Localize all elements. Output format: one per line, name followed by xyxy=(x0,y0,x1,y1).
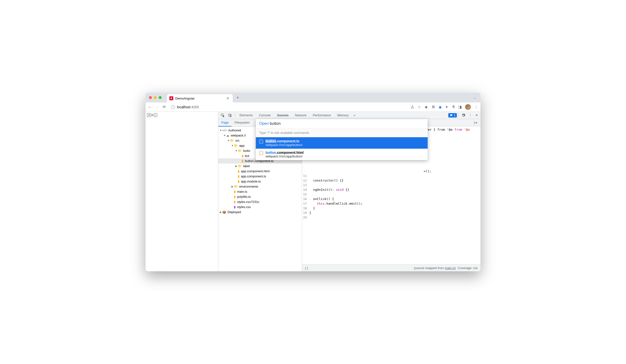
sidebar-tab-page[interactable]: Page xyxy=(218,119,232,127)
panel-tab-performance[interactable]: Performance xyxy=(310,112,334,118)
panel-tab-network[interactable]: Network xyxy=(292,112,310,118)
new-tab-button[interactable]: + xyxy=(235,95,241,100)
browser-tab[interactable]: A DemoAngular ✕ xyxy=(167,94,233,103)
counter-widget: + 0 - xyxy=(147,113,217,117)
devtools-menu-icon[interactable]: ⋮ xyxy=(467,112,473,118)
tab-strip: A DemoAngular ✕ + ⌄ xyxy=(146,93,480,103)
tree-deployed[interactable]: ▶📦Deployed xyxy=(218,210,302,215)
chrome-menu-button[interactable]: ⋮ xyxy=(474,105,478,109)
devtools-toolbar: Elements Console Sources Network Perform… xyxy=(218,112,480,119)
tree-app-html[interactable]: ▮app.component.html xyxy=(218,169,302,174)
tab-list-button[interactable]: ⌄ xyxy=(471,96,478,99)
tree-app-ts[interactable]: ▮app.component.ts xyxy=(218,174,302,179)
more-panels-icon[interactable]: » xyxy=(352,112,357,118)
tab-title: DemoAngular xyxy=(175,97,195,100)
rendered-page: + 0 - xyxy=(146,112,218,271)
url-text: localhost:4200 xyxy=(177,105,199,109)
close-devtools-icon[interactable]: ✕ xyxy=(474,112,479,118)
side-panel-icon[interactable]: ◨ xyxy=(458,105,462,109)
sidebar-tab-filesystem[interactable]: Filesystem xyxy=(232,119,252,127)
pretty-print-icon[interactable]: { } xyxy=(305,266,308,270)
extension-icon-2[interactable]: ⌘ xyxy=(431,105,435,109)
status-text: (source mapped from main.js) Coverage: n… xyxy=(414,266,477,270)
increment-button[interactable]: + xyxy=(147,113,151,117)
tree-polyfills[interactable]: ▮polyfills.ts xyxy=(218,194,302,199)
toggle-sidebar-icon[interactable]: ▯◂ xyxy=(472,120,478,125)
back-button[interactable]: ← xyxy=(148,105,152,109)
reload-button[interactable]: ⟳ xyxy=(162,105,166,109)
tree-environments[interactable]: ▶📁environments xyxy=(218,184,302,189)
tree-main-ts[interactable]: ▮main.ts xyxy=(218,189,302,194)
svg-rect-2 xyxy=(230,115,232,117)
extension-icon-1[interactable]: ☻ xyxy=(424,105,428,109)
panel-tab-console[interactable]: Console xyxy=(256,112,274,118)
device-toggle-icon[interactable] xyxy=(227,112,234,118)
angular-favicon-icon: A xyxy=(169,96,173,100)
tree-label-dir[interactable]: ▶📁label xyxy=(218,164,302,169)
source-map-link[interactable]: main.js xyxy=(445,266,455,270)
toolbar-actions: ☆ ☻ ⌘ ◉ ✦ ⚗ ◨ ⋮ xyxy=(411,104,478,110)
devtools-panel: Elements Console Sources Network Perform… xyxy=(218,112,480,271)
popup-item-2[interactable]: ⬚ button.component.html webpack:///src/a… xyxy=(256,149,428,160)
bookmark-star-icon[interactable]: ☆ xyxy=(418,105,421,109)
file-icon: ⬚ xyxy=(259,151,263,155)
address-bar: ← → ⟳ i localhost:4200 ☆ ☻ ⌘ ◉ ✦ ⚗ ◨ ⋮ xyxy=(146,103,480,112)
popup-hint: Type '?' to see available commands xyxy=(256,128,428,137)
maximize-window-button[interactable] xyxy=(159,96,162,99)
extensions-puzzle-icon[interactable]: ✦ xyxy=(445,105,448,109)
tree-app-module[interactable]: ▮app.module.ts xyxy=(218,179,302,184)
minimize-window-button[interactable] xyxy=(154,96,157,99)
settings-gear-icon[interactable] xyxy=(460,112,467,118)
panel-tab-sources[interactable]: Sources xyxy=(274,112,292,118)
inspect-element-icon[interactable] xyxy=(219,112,226,118)
tree-styles[interactable]: ▮styles.css xyxy=(218,204,302,210)
close-window-button[interactable] xyxy=(149,96,152,99)
issues-badge[interactable]: 1 xyxy=(448,113,457,117)
profile-avatar[interactable] xyxy=(465,104,471,110)
extension-icon-3[interactable]: ◉ xyxy=(439,105,442,109)
tree-styles-q[interactable]: ▮styles.css?231c xyxy=(218,199,302,204)
decrement-button[interactable]: - xyxy=(154,113,157,117)
panel-tab-memory[interactable]: Memory xyxy=(334,112,352,118)
omnibox[interactable]: i localhost:4200 xyxy=(169,104,407,110)
forward-button[interactable]: → xyxy=(155,105,159,109)
svg-rect-1 xyxy=(229,114,231,116)
labs-flask-icon[interactable]: ⚗ xyxy=(452,105,455,109)
share-icon[interactable] xyxy=(411,105,414,109)
open-file-popup: Open button Type '?' to see available co… xyxy=(256,119,428,160)
window-controls xyxy=(148,96,162,99)
open-file-input[interactable]: Open button xyxy=(256,119,428,128)
close-tab-button[interactable]: ✕ xyxy=(225,96,230,100)
file-icon: ⬚ xyxy=(259,140,263,144)
popup-item-1[interactable]: ⬚ button.component.ts webpack:///src/app… xyxy=(256,137,428,149)
counter-value: 0 xyxy=(151,113,154,117)
browser-window: A DemoAngular ✕ + ⌄ ← → ⟳ i localhost:42… xyxy=(146,93,480,271)
panel-tab-elements[interactable]: Elements xyxy=(236,112,256,118)
devtools-body: Page Filesystem ⋮ ▼</>Authored ▼☁webpack… xyxy=(218,119,480,271)
content-area: + 0 - Elements Console Sources Network P… xyxy=(146,112,480,271)
editor-status-bar: { } (source mapped from main.js) Coverag… xyxy=(302,264,480,271)
site-info-icon[interactable]: i xyxy=(171,105,175,109)
